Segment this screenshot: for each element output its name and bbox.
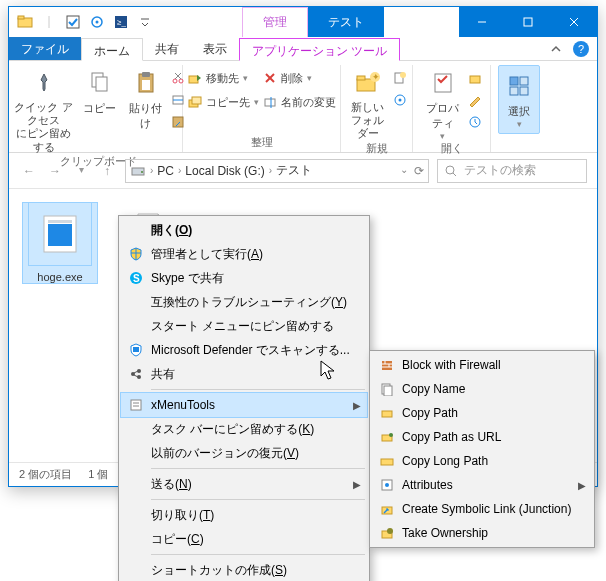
context-menu: 開く(O) 管理者として実行(A) S Skype で共有 互換性のトラブルシュ…	[118, 215, 370, 581]
addr-refresh-icon[interactable]: ⟳	[414, 164, 424, 178]
select-button[interactable]: 選択 ▾	[498, 65, 540, 134]
new-item-small-button[interactable]	[393, 67, 407, 89]
help-icon[interactable]: ?	[573, 41, 589, 57]
svg-rect-41	[470, 76, 480, 83]
new-folder-button[interactable]: ✦ 新しい フォルダー	[347, 65, 389, 141]
svg-rect-78	[384, 386, 392, 396]
ctx-open[interactable]: 開く(O)	[121, 218, 367, 242]
ctx-shortcut[interactable]: ショートカットの作成(S)	[121, 558, 367, 581]
sub-copy-name[interactable]: Copy Name	[372, 377, 592, 401]
svg-rect-43	[510, 77, 518, 85]
minimize-button[interactable]	[459, 7, 505, 37]
submenu-arrow-icon: ▶	[578, 480, 586, 491]
firewall-icon	[378, 356, 396, 374]
tab-share[interactable]: 共有	[143, 37, 191, 60]
qat-cmd-icon[interactable]: ≥_	[109, 11, 133, 33]
svg-point-18	[173, 79, 177, 83]
pin-icon	[13, 67, 75, 99]
close-button[interactable]	[551, 7, 597, 37]
svg-rect-44	[520, 77, 528, 85]
sub-copy-long[interactable]: Copy Long Path	[372, 449, 592, 473]
search-box[interactable]: テストの検索	[437, 159, 587, 183]
pin-quick-access-button[interactable]: クイック アクセス にピン留めする	[13, 65, 75, 154]
nav-back-icon[interactable]: ←	[19, 164, 39, 178]
qat-checkbox-icon[interactable]	[61, 11, 85, 33]
tab-apptools[interactable]: アプリケーション ツール	[239, 38, 400, 61]
titlebar-tab-test[interactable]: テスト	[308, 7, 384, 37]
ribbon-collapse-icon[interactable]	[547, 40, 565, 58]
ctx-pin-start[interactable]: スタート メニューにピン留めする	[121, 314, 367, 338]
sub-copy-url[interactable]: Copy Path as URL	[372, 425, 592, 449]
nav-fwd-icon[interactable]: →	[45, 164, 65, 178]
ribbon-tabs: ファイル ホーム 共有 表示 アプリケーション ツール ?	[9, 37, 597, 61]
ctx-compat[interactable]: 互換性のトラブルシューティング(Y)	[121, 290, 367, 314]
copy-path-icon	[378, 404, 396, 422]
paste-icon	[125, 67, 167, 99]
ownership-icon	[378, 524, 396, 542]
crumb-folder[interactable]: テスト	[276, 162, 312, 179]
move-to-button[interactable]: 移動先 ▾	[188, 67, 259, 89]
ctx-xmenutools[interactable]: xMenuTools ▶	[121, 393, 367, 417]
sub-attributes[interactable]: Attributes ▶	[372, 473, 592, 497]
easy-access-small-button[interactable]	[393, 89, 407, 111]
crumb-pc[interactable]: PC	[157, 164, 174, 178]
titlebar: ≥_ 管理 テスト	[9, 7, 597, 37]
ctx-prev-versions[interactable]: 以前のバージョンの復元(V)	[121, 441, 367, 465]
svg-point-37	[400, 72, 406, 78]
search-icon	[444, 164, 458, 178]
svg-point-39	[398, 99, 401, 102]
svg-rect-69	[131, 400, 141, 410]
breadcrumb[interactable]: › PC › Local Disk (G:) › テスト ⌄ ⟳	[125, 159, 429, 183]
addr-dropdown-icon[interactable]: ⌄	[400, 164, 408, 178]
ctx-send-to[interactable]: 送る(N)▶	[121, 472, 367, 496]
file-item-hoge[interactable]: hoge.exe	[23, 203, 97, 283]
properties-button[interactable]: プロパティ ▾	[422, 65, 464, 141]
svg-line-50	[453, 173, 456, 176]
tab-home[interactable]: ホーム	[81, 38, 143, 61]
sub-copy-path[interactable]: Copy Path	[372, 401, 592, 425]
ctx-run-admin[interactable]: 管理者として実行(A)	[121, 242, 367, 266]
maximize-button[interactable]	[505, 7, 551, 37]
nav-up-icon[interactable]: ↑	[97, 164, 117, 178]
ctx-skype[interactable]: S Skype で共有	[121, 266, 367, 290]
paste-button[interactable]: 貼り付け	[125, 65, 167, 131]
svg-rect-46	[520, 87, 528, 95]
history-small-button[interactable]	[468, 111, 482, 133]
qat-folder-icon[interactable]	[13, 11, 37, 33]
properties-icon	[422, 67, 464, 99]
sub-block-firewall[interactable]: Block with Firewall	[372, 353, 592, 377]
svg-rect-45	[510, 87, 518, 95]
ctx-copy[interactable]: コピー(C)	[121, 527, 367, 551]
sub-take-ownership[interactable]: Take Ownership	[372, 521, 592, 545]
svg-text:✦: ✦	[372, 72, 380, 82]
ctx-defender[interactable]: Microsoft Defender でスキャンする...	[121, 338, 367, 362]
svg-point-84	[385, 483, 389, 487]
ctx-pin-taskbar[interactable]: タスク バーにピン留めする(K)	[121, 417, 367, 441]
tab-file[interactable]: ファイル	[9, 37, 81, 60]
skype-icon: S	[127, 269, 145, 287]
defender-icon	[127, 341, 145, 359]
ctx-cut[interactable]: 切り取り(T)	[121, 503, 367, 527]
copy-to-button[interactable]: コピー先 ▾	[188, 91, 259, 113]
rename-button[interactable]: 名前の変更	[263, 91, 336, 113]
sub-symlink[interactable]: Create Symbolic Link (Junction)	[372, 497, 592, 521]
svg-rect-63	[133, 347, 139, 352]
nav-recent-icon[interactable]: ▾	[71, 164, 91, 178]
shield-icon	[127, 245, 145, 263]
svg-point-5	[96, 21, 99, 24]
svg-rect-33	[357, 76, 365, 80]
open-small-button[interactable]	[468, 67, 482, 89]
copy-button[interactable]: コピー	[79, 65, 121, 116]
qat-gear-icon[interactable]	[85, 11, 109, 33]
crumb-disk[interactable]: Local Disk (G:)	[185, 164, 264, 178]
qat-overflow-icon[interactable]	[133, 11, 157, 33]
ctx-share[interactable]: 共有	[121, 362, 367, 386]
xmenu-icon	[127, 396, 145, 414]
svg-point-81	[389, 433, 393, 437]
delete-button[interactable]: 削除 ▾	[263, 67, 336, 89]
svg-text:S: S	[133, 273, 140, 284]
group-new-label: 新規	[347, 141, 406, 158]
tab-view[interactable]: 表示	[191, 37, 239, 60]
edit-small-button[interactable]	[468, 89, 482, 111]
titlebar-tab-manage[interactable]: 管理	[242, 7, 308, 37]
